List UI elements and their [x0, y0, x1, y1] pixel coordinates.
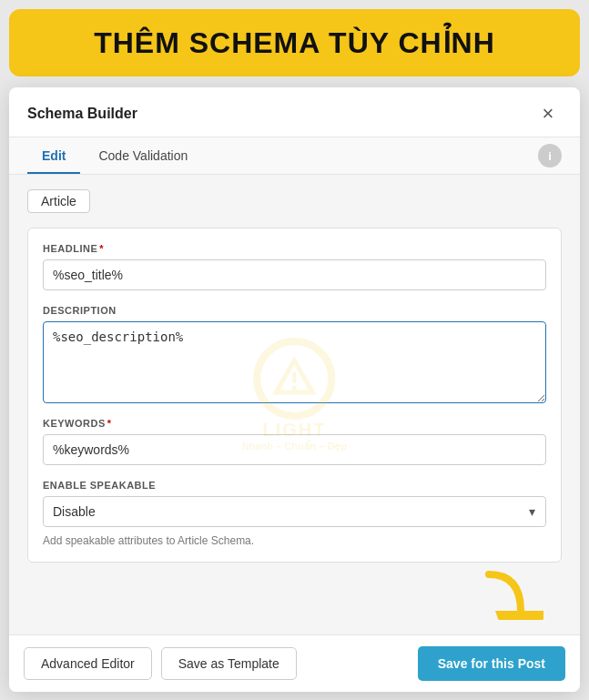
modal-body: Article LIGHT Nhanh – Chuẩn – Đẹp [9, 175, 580, 634]
arrow-decoration [27, 563, 562, 620]
schema-fields: HEADLINE* DESCRIPTION %seo_description% … [27, 228, 562, 563]
close-button[interactable]: × [534, 100, 562, 127]
required-star: * [99, 243, 104, 254]
schema-fields-container: LIGHT Nhanh – Chuẩn – Đẹp HEADLINE* DESC… [27, 228, 562, 563]
field-description: DESCRIPTION %seo_description% [43, 305, 546, 403]
field-keywords: KEYWORDS* [43, 418, 546, 465]
schema-type-tag: Article [27, 189, 90, 213]
keywords-input[interactable] [43, 434, 546, 465]
save-template-button[interactable]: Save as Template [161, 647, 297, 680]
tabs-bar: Edit Code Validation i [9, 137, 580, 175]
field-headline-label: HEADLINE* [43, 243, 546, 254]
speakable-select[interactable]: Disable Enable [43, 496, 546, 527]
speakable-select-wrapper: Disable Enable ▾ [43, 496, 546, 527]
speakable-hint: Add speakable attributes to Article Sche… [43, 534, 546, 547]
modal-header: Schema Builder × [9, 87, 580, 137]
headline-input[interactable] [43, 259, 546, 290]
tab-code-validation[interactable]: Code Validation [84, 137, 202, 174]
field-speakable-label: ENABLE SPEAKABLE [43, 480, 546, 491]
schema-builder-modal: Schema Builder × Edit Code Validation i … [9, 87, 580, 692]
save-for-post-button[interactable]: Save for this Post [418, 646, 565, 681]
tab-edit[interactable]: Edit [27, 137, 80, 174]
field-headline: HEADLINE* [43, 243, 546, 290]
info-icon[interactable]: i [538, 144, 562, 167]
page-wrapper: THÊM SCHEMA TÙY CHỈNH Schema Builder × E… [0, 0, 589, 700]
advanced-editor-button[interactable]: Advanced Editor [24, 647, 152, 680]
field-enable-speakable: ENABLE SPEAKABLE Disable Enable ▾ Add sp… [43, 480, 546, 547]
required-star-keywords: * [107, 418, 112, 429]
footer-left-buttons: Advanced Editor Save as Template [24, 647, 297, 680]
field-description-label: DESCRIPTION [43, 305, 546, 316]
modal-title: Schema Builder [27, 106, 137, 122]
close-icon: × [543, 102, 554, 126]
modal-footer: Advanced Editor Save as Template Save fo… [9, 634, 580, 692]
arrow-down-icon [471, 570, 543, 620]
banner: THÊM SCHEMA TÙY CHỈNH [9, 9, 580, 76]
banner-title: THÊM SCHEMA TÙY CHỈNH [94, 26, 495, 59]
description-textarea[interactable]: %seo_description% [43, 321, 546, 403]
field-keywords-label: KEYWORDS* [43, 418, 546, 429]
